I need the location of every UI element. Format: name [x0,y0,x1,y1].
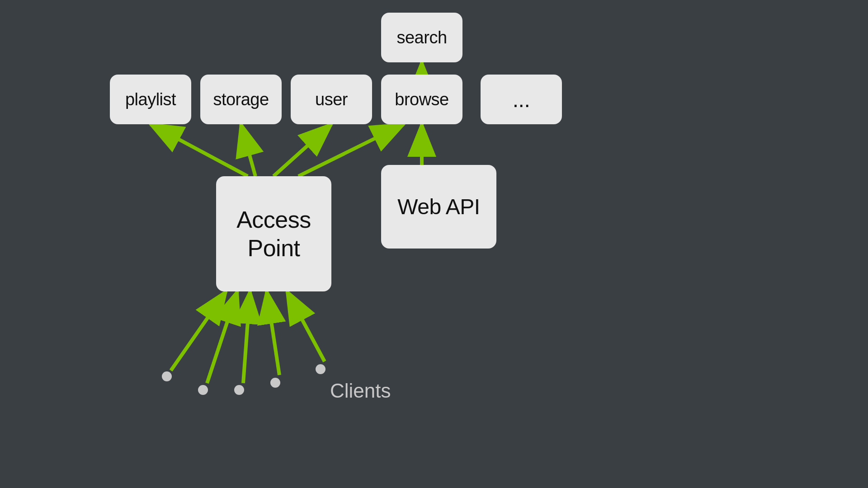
browse-node: browse [381,75,462,124]
search-label: search [396,28,447,47]
svg-line-8 [207,291,237,383]
search-node: search [381,13,462,62]
user-node: user [291,75,372,124]
storage-label: storage [213,90,269,109]
user-label: user [315,90,348,109]
client-dot-5 [316,364,326,374]
svg-line-10 [267,291,279,375]
svg-line-2 [241,124,255,176]
ellipsis-label: ... [513,87,530,112]
svg-line-1 [151,124,248,176]
playlist-label: playlist [125,90,176,109]
ellipsis-node: ... [481,75,562,124]
web-api-node: Web API [381,165,496,249]
svg-line-7 [171,291,226,371]
storage-node: storage [200,75,282,124]
client-dot-3 [234,385,244,395]
client-dot-4 [270,378,280,388]
client-dot-1 [162,371,172,381]
clients-label: Clients [330,380,391,402]
svg-line-11 [287,291,325,361]
svg-line-9 [243,291,250,383]
web-api-label: Web API [397,194,480,219]
diagram: Access Point playlist storage user brows… [0,0,868,488]
access-point-node: Access Point [216,176,331,291]
playlist-node: playlist [110,75,191,124]
browse-label: browse [395,90,449,109]
client-dot-2 [198,385,208,395]
svg-line-3 [274,124,331,176]
access-point-label: Access Point [236,206,311,262]
